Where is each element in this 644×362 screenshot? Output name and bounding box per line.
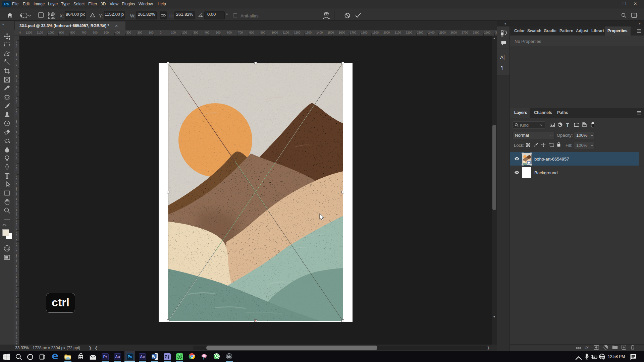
svg-text:W: W	[152, 355, 155, 359]
